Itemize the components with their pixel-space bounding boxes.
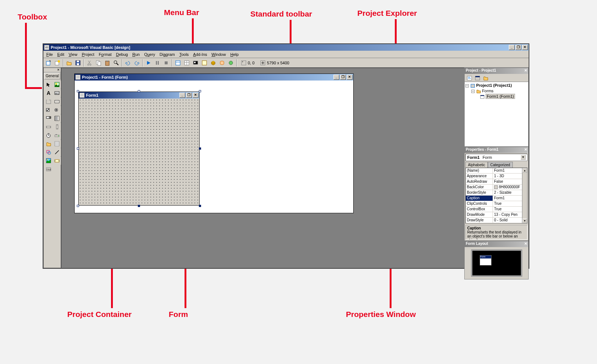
project-explorer-icon[interactable] <box>174 59 182 67</box>
shape-icon[interactable] <box>44 148 53 156</box>
toolbox-tab-general[interactable]: General <box>44 73 60 79</box>
tab-categorized[interactable]: Categorized <box>488 162 513 168</box>
textbox-icon[interactable]: ab| <box>53 89 61 97</box>
paste-icon[interactable] <box>103 59 111 67</box>
minimize-button[interactable]: _ <box>333 75 339 80</box>
commandbutton-icon[interactable] <box>53 97 61 106</box>
property-row[interactable]: AutoRedrawFalse <box>466 179 527 185</box>
menu-window[interactable]: Window <box>209 51 228 57</box>
add-item-icon[interactable] <box>53 59 61 67</box>
menu-edit[interactable]: Edit <box>55 51 67 57</box>
properties-object-selector[interactable]: Form1 Form ▼ <box>465 154 528 161</box>
break-icon[interactable] <box>153 59 161 67</box>
toggle-folders-icon[interactable] <box>482 74 489 82</box>
vscrollbar-icon[interactable] <box>53 123 61 131</box>
resize-handle-ne[interactable] <box>199 90 201 92</box>
toolbox-icon[interactable] <box>209 59 217 67</box>
properties-title[interactable]: Properties - Form1 ✕ <box>465 147 528 153</box>
frame-icon[interactable] <box>44 97 53 106</box>
listbox-icon[interactable] <box>53 114 61 122</box>
menu-diagram[interactable]: Diagram <box>157 51 177 57</box>
cut-icon[interactable] <box>86 59 94 67</box>
timer-icon[interactable] <box>44 131 53 139</box>
property-row[interactable]: ControlBoxTrue <box>466 207 527 212</box>
close-button[interactable]: ✕ <box>347 75 353 80</box>
resize-handle-s[interactable] <box>138 205 140 207</box>
resize-handle-w[interactable] <box>77 147 79 150</box>
minimize-button[interactable]: _ <box>509 45 515 50</box>
expand-icon[interactable]: − <box>465 84 469 88</box>
data-view-icon[interactable] <box>218 59 226 67</box>
checkbox-icon[interactable] <box>44 106 53 114</box>
resize-handle-se[interactable] <box>199 205 201 207</box>
panel-close-icon[interactable]: ✕ <box>524 242 527 247</box>
new-project-icon[interactable] <box>44 59 53 67</box>
properties-window-icon[interactable] <box>183 59 191 67</box>
maximize-button[interactable]: ❐ <box>515 45 521 50</box>
resize-handle-e[interactable] <box>199 147 201 150</box>
object-browser-icon[interactable] <box>200 59 208 67</box>
menu-run[interactable]: Run <box>130 51 142 57</box>
toolbox-close-icon[interactable]: ✕ <box>44 68 61 72</box>
redo-icon[interactable] <box>133 59 141 67</box>
form-designer[interactable]: □ Form1 _ ❐ ✕ <box>78 92 200 206</box>
panel-close-icon[interactable]: ✕ <box>524 68 527 74</box>
scroll-up-icon[interactable]: ▲ <box>522 168 527 173</box>
optionbutton-icon[interactable] <box>53 106 61 114</box>
end-icon[interactable] <box>162 59 170 67</box>
line-icon[interactable] <box>53 148 61 156</box>
menu-tools[interactable]: Tools <box>177 51 191 57</box>
property-row[interactable]: Appearance1 - 3D <box>466 174 527 179</box>
image-icon[interactable] <box>44 157 53 165</box>
property-row[interactable]: DrawMode13 - Copy Pen <box>466 212 527 218</box>
find-icon[interactable] <box>112 59 120 67</box>
view-code-icon[interactable] <box>466 74 473 82</box>
main-titlebar[interactable]: vb Project1 - Microsoft Visual Basic [de… <box>43 44 529 51</box>
menu-addins[interactable]: Add-Ins <box>191 51 209 57</box>
data-icon[interactable] <box>53 157 61 165</box>
menu-file[interactable]: File <box>44 51 55 57</box>
form-layout-icon[interactable] <box>192 59 200 67</box>
form-design-surface[interactable] <box>79 99 199 205</box>
pointer-icon[interactable] <box>44 81 53 89</box>
undo-icon[interactable] <box>124 59 132 67</box>
property-row[interactable]: (Name)Form1 <box>466 168 527 174</box>
copy-icon[interactable] <box>94 59 103 67</box>
properties-scrollbar[interactable]: ▲ ▼ <box>522 168 527 223</box>
resize-handle-sw[interactable] <box>77 205 79 207</box>
tree-folder[interactable]: − Forms <box>465 88 528 94</box>
save-icon[interactable] <box>74 59 82 67</box>
menu-help[interactable]: Help <box>228 51 241 57</box>
resize-handle-n[interactable] <box>138 90 140 92</box>
project-tree[interactable]: − Project1 (Project1) − Forms Form1 (For… <box>465 82 528 146</box>
filelistbox-icon[interactable] <box>53 140 61 148</box>
property-row[interactable]: ClipControlsTrue <box>466 201 527 207</box>
menu-format[interactable]: Format <box>97 51 114 57</box>
drivelistbox-icon[interactable] <box>53 131 61 139</box>
view-object-icon[interactable] <box>474 74 481 82</box>
ole-icon[interactable]: OLE <box>44 165 53 173</box>
property-row[interactable]: CaptionForm1 <box>466 196 527 201</box>
label-icon[interactable]: A <box>44 89 53 97</box>
tree-root[interactable]: − Project1 (Project1) <box>465 83 528 88</box>
picturebox-icon[interactable] <box>53 81 61 89</box>
open-icon[interactable] <box>65 59 73 67</box>
property-row[interactable]: BackColor8H8000000F <box>466 185 527 190</box>
form-layout-view[interactable]: Form <box>465 247 528 279</box>
menu-view[interactable]: View <box>67 51 80 57</box>
menu-query[interactable]: Query <box>142 51 157 57</box>
tab-alphabetic[interactable]: Alphabetic <box>465 162 488 168</box>
tree-item-form1[interactable]: Form1 (Form1) <box>465 94 528 99</box>
resize-handle-nw[interactable] <box>77 90 79 92</box>
close-button[interactable]: ✕ <box>522 45 528 50</box>
menu-project[interactable]: Project <box>79 51 96 57</box>
property-row[interactable]: DrawStyle0 - Solid <box>466 218 527 223</box>
maximize-button[interactable]: ❐ <box>340 75 346 80</box>
dropdown-icon[interactable]: ▼ <box>521 155 526 160</box>
menu-debug[interactable]: Debug <box>114 51 130 57</box>
form-layout-title[interactable]: Form Layout ✕ <box>465 241 528 247</box>
mini-form[interactable]: Form <box>480 255 491 265</box>
dirlistbox-icon[interactable] <box>44 140 53 148</box>
combobox-icon[interactable] <box>44 114 53 122</box>
project-explorer-title[interactable]: Project - Project1 ✕ <box>465 68 528 74</box>
